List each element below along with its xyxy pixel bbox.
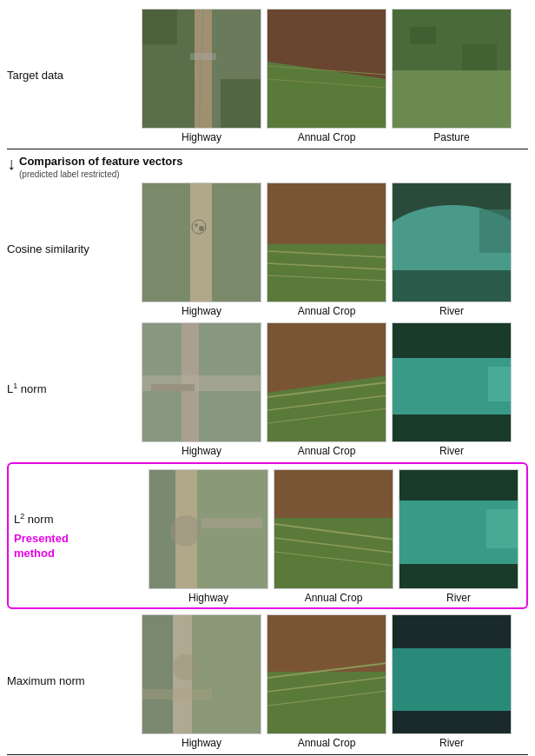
cosine-image-3: River (392, 182, 512, 317)
cosine-image-1: Highway (142, 182, 261, 317)
divider-1 (7, 149, 528, 149)
l1-highway-img (142, 323, 261, 442)
cosine-image-2: Annual Crop (267, 182, 386, 317)
target-image-3: Pasture (392, 9, 512, 143)
svg-rect-20 (142, 183, 190, 302)
l1-crop-img (268, 323, 386, 442)
svg-rect-6 (221, 79, 261, 129)
divider-2 (7, 754, 528, 755)
svg-point-73 (173, 654, 199, 680)
cosine-highway-label: Highway (182, 305, 221, 317)
svg-rect-72 (142, 689, 212, 700)
svg-rect-15 (393, 70, 512, 129)
max-image-2: Annual Crop (267, 614, 386, 749)
svg-rect-40 (151, 384, 195, 391)
cosine-label: Cosine similarity (7, 242, 142, 257)
svg-rect-19 (190, 183, 212, 302)
cosine-crop-label: Annual Crop (298, 305, 356, 317)
max-image-1: Highway (142, 614, 261, 749)
svg-point-56 (170, 515, 201, 547)
presented-method-label: Presentedmethod (14, 532, 142, 561)
target-highway-img (142, 10, 261, 129)
svg-point-24 (195, 223, 198, 227)
target-crop-img (268, 10, 386, 129)
target-pasture-img (393, 10, 512, 129)
svg-rect-5 (142, 10, 177, 44)
target-label: Target data (7, 69, 142, 83)
svg-rect-82 (393, 711, 512, 734)
target-row: Target data Highway (7, 9, 528, 143)
target-image-2: Annual Crop (267, 9, 386, 143)
l1-river-img (393, 323, 512, 442)
svg-rect-65 (400, 564, 518, 589)
svg-rect-34 (393, 270, 512, 302)
target-images: Highway Annual Crop (142, 9, 528, 143)
svg-point-23 (199, 226, 204, 231)
max-image-3: River (392, 614, 512, 749)
page-wrapper: Target data Highway (0, 0, 535, 756)
svg-rect-50 (488, 367, 512, 401)
svg-rect-27 (268, 244, 386, 302)
cosine-river-label: River (439, 305, 464, 317)
l2-crop-label: Annual Crop (305, 592, 363, 604)
svg-rect-70 (142, 615, 173, 734)
l2-image-2: Annual Crop (274, 469, 393, 604)
target-image-1: Highway (142, 9, 261, 143)
svg-rect-17 (462, 44, 497, 70)
max-river-label: River (439, 737, 464, 749)
comparison-title: Comparison of feature vectors (19, 155, 183, 169)
l2-river-img (400, 470, 518, 589)
max-crop-img (268, 615, 386, 734)
cosine-highway-img (142, 183, 261, 302)
cosine-crop-img (268, 183, 386, 302)
cosine-row: Cosine similarity Highway (7, 182, 528, 317)
l1-river-label: River (439, 445, 464, 457)
cosine-images: Highway Annual Crop (142, 182, 528, 317)
max-crop-label: Annual Crop (298, 737, 356, 749)
max-highway-label: Highway (182, 737, 221, 749)
l1-row: L1 norm Highway (7, 322, 528, 457)
l1-crop-label: Annual Crop (298, 445, 356, 457)
l2-image-1: Highway (149, 469, 268, 604)
l2-image-3: River (399, 469, 518, 604)
svg-rect-54 (197, 470, 268, 589)
max-row: Maximum norm Highway (7, 614, 528, 749)
max-river-img (393, 615, 512, 734)
svg-rect-35 (479, 209, 512, 253)
svg-rect-7 (190, 53, 216, 60)
target-pasture-label: Pasture (433, 131, 469, 143)
max-highway-img (142, 615, 261, 734)
comparison-header: ↓ Comparison of feature vectors (predict… (7, 155, 528, 179)
svg-rect-16 (410, 27, 436, 44)
svg-rect-66 (400, 470, 518, 501)
svg-rect-49 (393, 323, 512, 358)
l2-highway-img (149, 470, 268, 589)
l2-crop-img (274, 470, 393, 589)
l1-label: L1 norm (7, 381, 142, 397)
target-highway-label: Highway (182, 131, 221, 143)
l2-highlight-box: L2 norm Presentedmethod Highway (7, 462, 528, 609)
target-crop-label: Annual Crop (298, 131, 356, 143)
l2-images: Highway Annual Crop (149, 469, 521, 604)
svg-rect-21 (212, 183, 261, 302)
cosine-river-img (393, 183, 512, 302)
max-images: Highway Annual Crop (142, 614, 528, 749)
svg-rect-48 (393, 414, 512, 442)
svg-rect-67 (486, 509, 518, 548)
l2-label: L2 norm Presentedmethod (14, 512, 149, 560)
l2-highway-label: Highway (188, 592, 228, 604)
max-label: Maximum norm (7, 674, 142, 689)
svg-rect-55 (201, 518, 262, 528)
comparison-subtitle: (predicted label restricted) (19, 169, 183, 179)
l2-river-label: River (446, 592, 471, 604)
l1-image-1: Highway (142, 322, 261, 457)
l1-image-3: River (392, 322, 512, 457)
comparison-arrow: ↓ (7, 155, 16, 172)
l1-images: Highway Annual Crop (142, 322, 528, 457)
l1-image-2: Annual Crop (267, 322, 386, 457)
svg-rect-71 (192, 615, 261, 734)
l1-highway-label: Highway (182, 445, 221, 457)
svg-rect-83 (393, 615, 512, 648)
